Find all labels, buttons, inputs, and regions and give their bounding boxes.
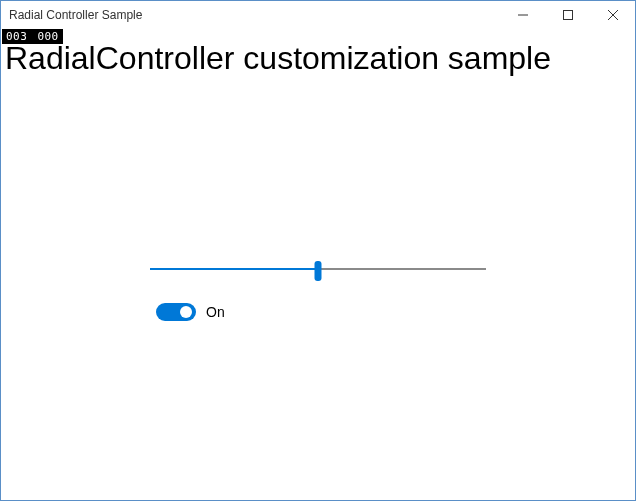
window-title: Radial Controller Sample — [9, 8, 142, 22]
window-controls — [500, 1, 635, 29]
minimize-icon — [518, 10, 528, 20]
close-button[interactable] — [590, 1, 635, 29]
close-icon — [608, 10, 618, 20]
titlebar: Radial Controller Sample — [1, 1, 635, 29]
slider-fill — [150, 268, 318, 270]
value-slider[interactable] — [150, 257, 486, 281]
toggle-label: On — [206, 304, 225, 320]
app-window: Radial Controller Sample 003 000 RadialC… — [0, 0, 636, 501]
minimize-button[interactable] — [500, 1, 545, 29]
toggle-switch[interactable] — [156, 303, 196, 321]
toggle-knob-icon — [180, 306, 192, 318]
svg-rect-1 — [563, 11, 572, 20]
toggle-row: On — [150, 303, 486, 321]
maximize-icon — [563, 10, 573, 20]
slider-thumb[interactable] — [315, 261, 322, 281]
maximize-button[interactable] — [545, 1, 590, 29]
page-title: RadialController customization sample — [5, 41, 551, 76]
content-area: On — [1, 257, 635, 321]
